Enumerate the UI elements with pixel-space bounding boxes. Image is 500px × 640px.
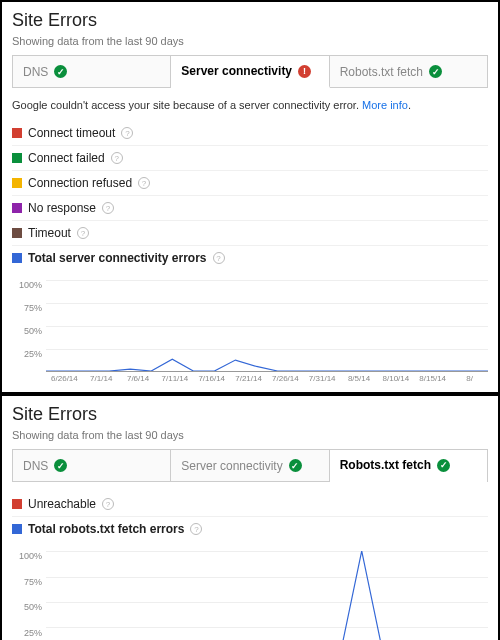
subtitle: Showing data from the last 90 days xyxy=(12,429,488,441)
tab-dns[interactable]: DNS ✓ xyxy=(13,56,171,87)
swatch-icon xyxy=(12,524,22,534)
legend-item: No response ? xyxy=(12,196,488,221)
tab-robots[interactable]: Robots.txt fetch ✓ xyxy=(330,56,487,87)
chart-plot-area xyxy=(46,551,488,640)
help-icon[interactable]: ? xyxy=(138,177,150,189)
help-icon[interactable]: ? xyxy=(77,227,89,239)
tab-label: Server connectivity xyxy=(181,64,292,78)
tab-label: Robots.txt fetch xyxy=(340,65,423,79)
help-icon[interactable]: ? xyxy=(111,152,123,164)
panel-server-connectivity: Site Errors Showing data from the last 9… xyxy=(0,0,500,394)
page-title: Site Errors xyxy=(12,404,488,425)
tab-label: Robots.txt fetch xyxy=(340,458,431,472)
swatch-icon xyxy=(12,228,22,238)
tabs: DNS ✓ Server connectivity ✓ Robots.txt f… xyxy=(12,449,488,482)
legend-item: Total robots.txt fetch errors ? xyxy=(12,517,488,541)
tab-server-connectivity[interactable]: Server connectivity ✓ xyxy=(171,450,329,481)
chart-robots-txt: 100% 75% 50% 25% 5/5/30/146/7/146/14/146… xyxy=(16,551,488,640)
help-icon[interactable]: ? xyxy=(121,127,133,139)
legend-item: Connect timeout ? xyxy=(12,121,488,146)
tab-server-connectivity[interactable]: Server connectivity ! xyxy=(171,56,329,88)
help-icon[interactable]: ? xyxy=(213,252,225,264)
x-axis-labels: 6/26/147/1/147/6/147/11/147/16/147/21/14… xyxy=(46,374,488,390)
subtitle: Showing data from the last 90 days xyxy=(12,35,488,47)
tab-dns[interactable]: DNS ✓ xyxy=(13,450,171,481)
check-icon: ✓ xyxy=(54,459,67,472)
check-icon: ✓ xyxy=(54,65,67,78)
help-icon[interactable]: ? xyxy=(102,202,114,214)
y-axis-labels: 100% 75% 50% 25% xyxy=(16,280,46,372)
panel-robots-txt: Site Errors Showing data from the last 9… xyxy=(0,394,500,640)
swatch-icon xyxy=(12,499,22,509)
y-axis-labels: 100% 75% 50% 25% xyxy=(16,551,46,640)
legend-item: Connect failed ? xyxy=(12,146,488,171)
tab-robots[interactable]: Robots.txt fetch ✓ xyxy=(330,450,487,482)
chart-plot-area xyxy=(46,280,488,372)
legend-item: Timeout ? xyxy=(12,221,488,246)
swatch-icon xyxy=(12,203,22,213)
tabs: DNS ✓ Server connectivity ! Robots.txt f… xyxy=(12,55,488,88)
legend-item: Unreachable ? xyxy=(12,492,488,517)
tab-label: DNS xyxy=(23,65,48,79)
legend-item: Total server connectivity errors ? xyxy=(12,246,488,270)
page-title: Site Errors xyxy=(12,10,488,31)
tab-label: Server connectivity xyxy=(181,459,282,473)
help-icon[interactable]: ? xyxy=(190,523,202,535)
chart-server-connectivity: 100% 75% 50% 25% 6/26/147/1/147/6/147/11… xyxy=(16,280,488,390)
swatch-icon xyxy=(12,153,22,163)
check-icon: ✓ xyxy=(289,459,302,472)
check-icon: ✓ xyxy=(429,65,442,78)
help-icon[interactable]: ? xyxy=(102,498,114,510)
check-icon: ✓ xyxy=(437,459,450,472)
swatch-icon xyxy=(12,178,22,188)
swatch-icon xyxy=(12,253,22,263)
legend: Connect timeout ? Connect failed ? Conne… xyxy=(12,121,488,270)
legend-item: Connection refused ? xyxy=(12,171,488,196)
legend: Unreachable ? Total robots.txt fetch err… xyxy=(12,492,488,541)
more-info-link[interactable]: More info xyxy=(362,99,408,111)
tab-label: DNS xyxy=(23,459,48,473)
swatch-icon xyxy=(12,128,22,138)
error-icon: ! xyxy=(298,65,311,78)
error-message: Google couldn't access your site because… xyxy=(12,98,488,113)
